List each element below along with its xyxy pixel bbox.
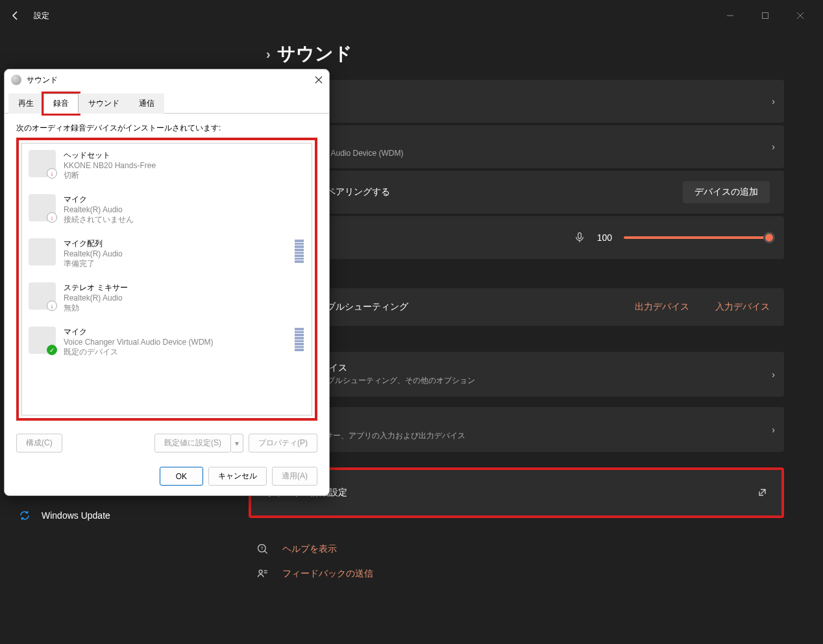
virtual-mic-icon: ✓ [29, 327, 56, 354]
ok-button[interactable]: OK [160, 467, 203, 486]
tab-playback[interactable]: 再生 [8, 93, 43, 114]
dialog-title: サウンド [27, 75, 58, 86]
device-name: マイク [64, 194, 134, 205]
chevron-right-icon: › [772, 425, 775, 435]
mic-array-icon [29, 238, 56, 266]
volume-slider[interactable] [624, 236, 770, 239]
back-button[interactable] [8, 8, 23, 23]
sound-dialog: サウンド 再生 録音 サウンド 通信 次のオーディオ録音デバイスがインストールさ… [4, 69, 330, 496]
set-default-dropdown[interactable]: ▾ [231, 434, 243, 452]
minimize-button[interactable] [715, 5, 745, 26]
properties-button[interactable]: プロパティ(P) [249, 434, 317, 452]
volume-value: 100 [597, 232, 612, 243]
device-status: 準備完了 [64, 258, 123, 269]
device-name: マイク配列 [64, 238, 123, 249]
sidebar-item-update[interactable]: Windows Update [13, 501, 208, 530]
link-help[interactable]: ヘルプを表示 [282, 543, 337, 555]
svg-text:?: ? [260, 545, 263, 551]
device-item[interactable]: ↓ ステレオ ミキサー Realtek(R) Audio 無効 [22, 276, 312, 320]
device-item[interactable]: ↓ ヘッドセット KKONE NB20 Hands-Free 切断 [22, 143, 312, 188]
chevron-right-icon: › [772, 96, 775, 106]
svg-rect-1 [763, 13, 768, 19]
link-feedback[interactable]: フィードバックの送信 [282, 568, 373, 580]
dialog-titlebar: サウンド [5, 69, 329, 90]
dialog-tabs: 再生 録音 サウンド 通信 [5, 93, 329, 114]
tab-recording[interactable]: 録音 [43, 93, 79, 114]
set-default-button[interactable]: 既定値に設定(S) [154, 434, 231, 452]
device-driver: Realtek(R) Audio [64, 249, 123, 258]
device-status: 接続されていません [64, 214, 134, 225]
device-status: 切断 [64, 170, 156, 181]
link-input-device[interactable]: 入力デバイス [715, 301, 770, 313]
tab-communications[interactable]: 通信 [129, 93, 164, 114]
feedback-icon [256, 567, 271, 580]
device-status: 既定のデバイス [64, 347, 214, 358]
mic-icon [574, 232, 585, 243]
device-list[interactable]: ↓ ヘッドセット KKONE NB20 Hands-Free 切断 ↓ マイク … [21, 143, 312, 415]
device-item[interactable]: ↓ マイク Realtek(R) Audio 接続されていません [22, 188, 312, 232]
device-item[interactable]: ✓ マイク Voice Changer Virtual Audio Device… [22, 320, 312, 364]
page-title: サウンド [277, 42, 352, 66]
device-driver: Voice Changer Virtual Audio Device (WDM) [64, 338, 214, 347]
window-controls [715, 5, 815, 26]
breadcrumb: › サウンド [266, 42, 352, 66]
set-default-combo[interactable]: 既定値に設定(S) ▾ [154, 434, 243, 452]
device-driver: Realtek(R) Audio [64, 205, 134, 214]
configure-button[interactable]: 構成(C) [16, 434, 62, 452]
device-status: 無効 [64, 303, 128, 314]
help-icon: ? [256, 543, 271, 556]
device-driver: Realtek(R) Audio [64, 293, 128, 303]
help-links: ? ヘルプを表示 フィードバックの送信 [256, 543, 784, 580]
close-button[interactable] [785, 5, 815, 26]
chevron-right-icon: › [772, 369, 775, 380]
cancel-button[interactable]: キャンセル [208, 467, 267, 486]
device-name: マイク [64, 327, 214, 338]
highlight-device-list: ↓ ヘッドセット KKONE NB20 Hands-Free 切断 ↓ マイク … [16, 138, 317, 421]
dialog-close-button[interactable] [315, 76, 323, 84]
titlebar: 設定 [0, 0, 823, 31]
svg-point-4 [259, 570, 262, 573]
slider-thumb[interactable] [763, 232, 775, 243]
card-advanced-sound[interactable]: サウンドの詳細設定 [251, 470, 781, 515]
speaker-icon [11, 75, 21, 85]
device-driver: KKONE NB20 Hands-Free [64, 161, 156, 170]
maximize-button[interactable] [750, 5, 780, 26]
device-name: ステレオ ミキサー [64, 282, 128, 293]
sidebar-item-label: Windows Update [42, 510, 110, 521]
add-device-button[interactable]: デバイスの追加 [683, 181, 770, 203]
chevron-right-icon: › [772, 142, 775, 152]
external-link-icon [757, 488, 767, 498]
app-title: 設定 [34, 10, 49, 21]
link-output-device[interactable]: 出力デバイス [635, 301, 689, 313]
sync-icon [18, 509, 31, 522]
tab-sounds[interactable]: サウンド [79, 93, 129, 114]
chevron-right-icon: › [266, 47, 271, 62]
headset-icon: ↓ [29, 150, 56, 177]
device-item[interactable]: マイク配列 Realtek(R) Audio 準備完了 [22, 232, 312, 276]
apply-button[interactable]: 適用(A) [272, 467, 317, 486]
mic-icon: ↓ [29, 194, 56, 221]
stereo-mix-icon: ↓ [29, 282, 56, 310]
level-meter [295, 240, 304, 263]
dialog-instruction: 次のオーディオ録音デバイスがインストールされています: [16, 123, 317, 134]
device-name: ヘッドセット [64, 150, 156, 161]
level-meter [295, 328, 304, 351]
